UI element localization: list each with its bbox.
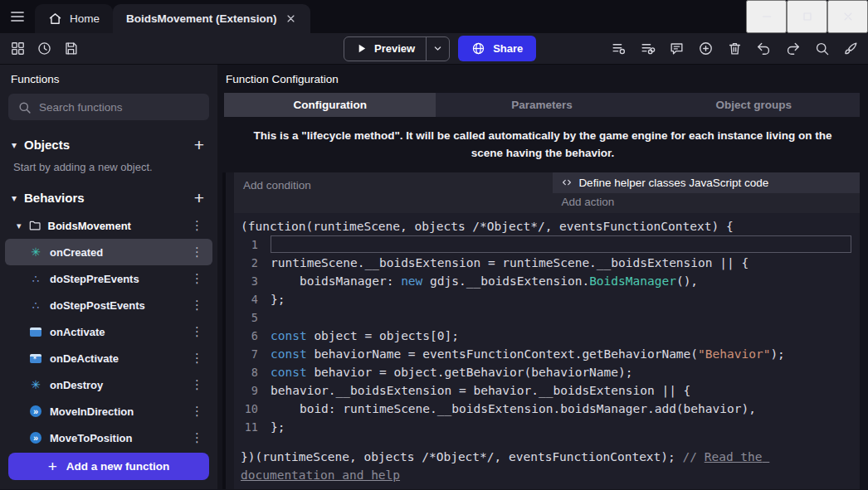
kebab-menu-icon[interactable]: ⋮: [188, 324, 206, 339]
kebab-menu-icon[interactable]: ⋮: [188, 218, 206, 233]
js-code-editor[interactable]: (function(runtimeScene, objects /*Object…: [234, 213, 860, 489]
code-brackets-icon: [561, 177, 573, 188]
code-line-4[interactable]: 4};: [241, 290, 855, 308]
add-event-icon[interactable]: [693, 36, 718, 61]
function-item-MoveInDirection[interactable]: MoveInDirection⋮: [5, 398, 212, 425]
maximize-icon[interactable]: [787, 0, 827, 33]
code-text: behavior.__boidsExtension = behavior.__b…: [271, 381, 855, 400]
function-label: MoveToPosition: [50, 432, 132, 444]
code-line-5[interactable]: 5: [241, 308, 855, 327]
toolbar-left-group: [5, 33, 83, 64]
event-drag-handle[interactable]: [222, 172, 234, 489]
code-line-9[interactable]: 9behavior.__boidsExtension = behavior.__…: [241, 381, 855, 400]
epilogue-comment-prefix: //: [683, 450, 705, 463]
configuration-tabs: ConfigurationParametersObject groups: [224, 93, 860, 117]
panel-icon: [28, 325, 43, 338]
add-condition-button[interactable]: Add condition: [234, 172, 553, 213]
code-line-6[interactable]: 6const object = objects[0];: [241, 327, 855, 345]
function-item-onDestroy[interactable]: onDestroy⋮: [5, 371, 212, 398]
theme-icon[interactable]: [838, 36, 863, 61]
titlebar: Home BoidsMovement (Extension): [0, 0, 868, 33]
add-new-function-button[interactable]: + Add a new function: [8, 453, 209, 480]
code-line-1[interactable]: 1: [241, 235, 855, 254]
toolbar: Preview Share: [0, 33, 868, 65]
function-label: doStepPostEvents: [50, 299, 145, 312]
chevron-down-icon[interactable]: ▾: [17, 221, 22, 231]
function-item-onCreated[interactable]: onCreated⋮: [5, 239, 212, 265]
function-label: onDeActivate: [50, 352, 119, 365]
js-event-title-bar[interactable]: Define helper classes JavaScript code: [553, 172, 860, 193]
close-tab-icon[interactable]: [285, 12, 297, 25]
objects-list-icon[interactable]: [606, 36, 631, 61]
project-manager-icon[interactable]: [5, 36, 30, 61]
tab-parameters[interactable]: Parameters: [436, 93, 647, 117]
line-number: 6: [241, 327, 271, 345]
function-item-doStepPostEvents[interactable]: doStepPostEvents⋮: [5, 292, 212, 318]
code-line-10[interactable]: 10 boid: runtimeScene.__boidsExtension.b…: [241, 400, 855, 418]
object-groups-icon[interactable]: [635, 36, 660, 61]
spark-icon: [28, 378, 43, 391]
history-icon[interactable]: [32, 36, 56, 61]
add-action-button[interactable]: Add action: [553, 193, 860, 213]
search-icon: [17, 100, 32, 114]
behavior-folder-boidsmovement[interactable]: ▾ BoidsMovement ⋮: [5, 212, 212, 239]
tab-configuration[interactable]: Configuration: [224, 93, 436, 117]
event-action-column: Define helper classes JavaScript code Ad…: [553, 172, 860, 213]
add-object-icon[interactable]: +: [194, 136, 204, 153]
tab-object-groups[interactable]: Object groups: [648, 93, 860, 117]
add-behavior-icon[interactable]: +: [194, 189, 204, 206]
function-item-onDeActivate[interactable]: onDeActivate⋮: [5, 345, 212, 371]
code-text: boid: runtimeScene.__boidsExtension.boid…: [271, 400, 855, 418]
chevron-down-icon[interactable]: ▾: [12, 192, 17, 204]
search-icon[interactable]: [809, 36, 834, 61]
line-number: 2: [241, 254, 271, 272]
minimize-icon[interactable]: [746, 0, 787, 33]
code-prologue: (function(runtimeScene, objects /*Object…: [241, 217, 855, 235]
section-behaviors-label: Behaviors: [24, 191, 85, 205]
code-line-3[interactable]: 3 boidsManager: new gdjs.__boidsExtensio…: [241, 272, 855, 290]
chevron-down-icon: [432, 42, 444, 55]
boid-icon: [28, 245, 43, 259]
code-line-8[interactable]: 8const behavior = object.getBehavior(beh…: [241, 363, 855, 381]
function-item-doStepPreEvents[interactable]: doStepPreEvents⋮: [5, 265, 212, 292]
motion-icon: [28, 431, 43, 444]
preview-button-main[interactable]: Preview: [344, 37, 426, 61]
code-text: runtimeScene.__boidsExtension = runtimeS…: [271, 254, 855, 272]
folder-label: BoidsMovement: [48, 220, 131, 232]
search-functions-input[interactable]: [39, 101, 200, 114]
kebab-menu-icon[interactable]: ⋮: [188, 271, 206, 286]
section-objects[interactable]: ▾ Objects +: [0, 130, 217, 159]
share-button[interactable]: Share: [458, 36, 536, 61]
code-line-2[interactable]: 2runtimeScene.__boidsExtension = runtime…: [241, 254, 855, 272]
kebab-menu-icon[interactable]: ⋮: [188, 377, 206, 392]
line-number: 9: [241, 381, 271, 400]
chevron-down-icon[interactable]: ▾: [12, 139, 17, 151]
undo-icon[interactable]: [751, 36, 776, 61]
events-sheet: Add condition Define helper classes Java…: [222, 172, 868, 489]
preview-button[interactable]: Preview: [344, 36, 450, 61]
code-text: [271, 308, 855, 327]
tab-home[interactable]: Home: [35, 4, 113, 33]
trash-icon[interactable]: [722, 36, 747, 61]
function-item-onActivate[interactable]: onActivate⋮: [5, 318, 212, 345]
kebab-menu-icon[interactable]: ⋮: [188, 404, 206, 419]
redo-icon[interactable]: [780, 36, 805, 61]
close-icon[interactable]: [827, 0, 868, 33]
panel-title: Function Configuration: [217, 65, 868, 93]
share-label: Share: [493, 42, 523, 55]
search-functions-box[interactable]: [8, 94, 209, 120]
kebab-menu-icon[interactable]: ⋮: [188, 298, 206, 313]
kebab-menu-icon[interactable]: ⋮: [188, 351, 206, 366]
section-behaviors[interactable]: ▾ Behaviors +: [0, 183, 217, 212]
function-item-MoveToPosition[interactable]: MoveToPosition⋮: [5, 425, 212, 451]
kebab-menu-icon[interactable]: ⋮: [188, 245, 206, 260]
hamburger-icon[interactable]: [0, 0, 35, 33]
kebab-menu-icon[interactable]: ⋮: [188, 430, 206, 445]
preview-dropdown-button[interactable]: [426, 37, 449, 61]
tab-boidsmovement-extension[interactable]: BoidsMovement (Extension): [113, 4, 310, 33]
comment-icon[interactable]: [664, 36, 689, 61]
toolbar-center-group: Preview Share: [344, 33, 536, 64]
save-icon[interactable]: [58, 36, 83, 61]
code-line-11[interactable]: 11};: [241, 418, 855, 436]
code-line-7[interactable]: 7const behaviorName = eventsFunctionCont…: [241, 345, 855, 363]
